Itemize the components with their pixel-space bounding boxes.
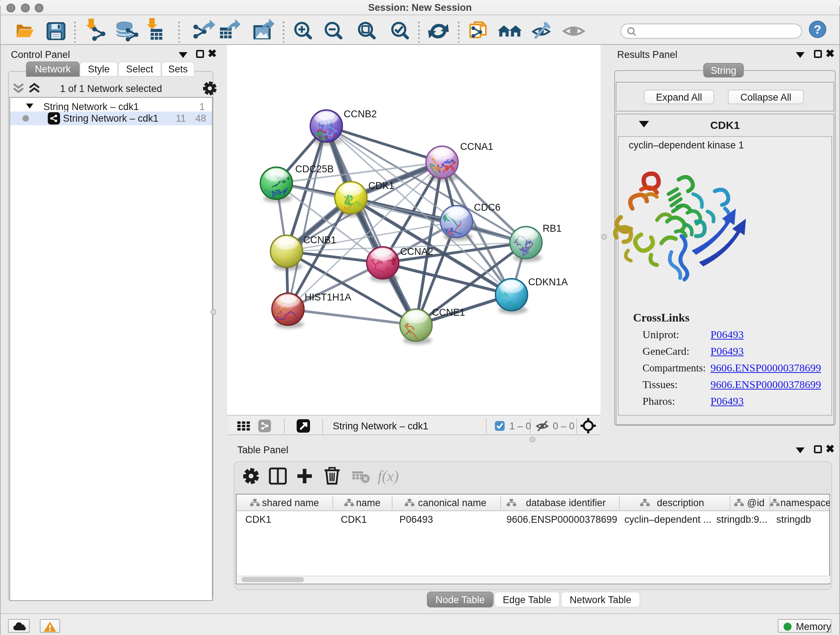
svg-text:0 – 0: 0 – 0: [553, 421, 575, 432]
svg-text:CCNA2: CCNA2: [400, 246, 433, 257]
svg-text:CCNA1: CCNA1: [460, 141, 493, 152]
svg-text:@id: @id: [747, 497, 764, 508]
svg-text:CCNE1: CCNE1: [432, 307, 465, 318]
svg-text:canonical name: canonical name: [418, 497, 486, 508]
svg-text:RB1: RB1: [543, 223, 562, 234]
svg-text:f(x): f(x): [378, 468, 399, 485]
svg-text:CDKN1A: CDKN1A: [528, 277, 568, 287]
svg-text:shared name: shared name: [262, 497, 319, 508]
svg-text:database identifier: database identifier: [526, 497, 606, 508]
svg-text:String Network – cdk1: String Network – cdk1: [333, 421, 428, 432]
svg-text:CCNB2: CCNB2: [344, 109, 377, 119]
svg-text:CDC6: CDC6: [474, 202, 501, 213]
svg-text:name: name: [356, 497, 381, 508]
svg-text:namespace: namespace: [780, 497, 830, 508]
svg-text:HIST1H1A: HIST1H1A: [305, 292, 351, 302]
svg-text:CDK1: CDK1: [368, 180, 394, 191]
svg-text:?: ?: [814, 22, 821, 36]
svg-text:description: description: [657, 497, 704, 508]
svg-text:CCNB1: CCNB1: [303, 234, 336, 245]
svg-text:CDC25B: CDC25B: [295, 164, 334, 174]
svg-text:1 – 0: 1 – 0: [509, 421, 531, 432]
